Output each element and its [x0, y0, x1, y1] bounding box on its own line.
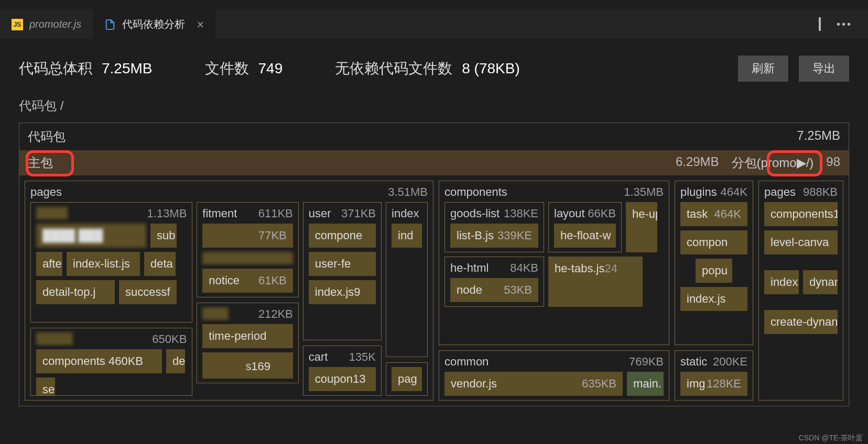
- breadcrumb[interactable]: 代码包 /: [0, 97, 868, 123]
- tab-label: promoter.js: [29, 18, 81, 30]
- block-name[interactable]: pages: [30, 185, 62, 199]
- tab-bar: JS promoter.js 代码依赖分析 × •••: [0, 9, 868, 40]
- blurred-cell[interactable]: ████ ███: [36, 224, 146, 248]
- files-label: 文件数: [205, 59, 249, 79]
- block-name[interactable]: user: [309, 207, 331, 220]
- main-pkg-title[interactable]: 主包: [28, 154, 53, 171]
- treemap-cell[interactable]: components 460KB: [36, 349, 162, 373]
- blurred-label: [36, 207, 68, 219]
- unused-label: 无依赖代码文件数: [335, 59, 452, 79]
- export-button[interactable]: 导出: [799, 56, 849, 82]
- close-icon[interactable]: ×: [197, 17, 204, 32]
- panel-title: 代码包: [28, 128, 66, 145]
- block-name[interactable]: common: [444, 355, 489, 369]
- treemap[interactable]: pages3.51MB 1.13MB ████ ███ sub afte ind…: [19, 175, 849, 406]
- treemap-cell[interactable]: index-list.js: [67, 252, 140, 276]
- panel-size: 7.25MB: [797, 128, 840, 145]
- treemap-cell[interactable]: time-period: [202, 324, 292, 348]
- block-name[interactable]: fitment: [202, 207, 237, 220]
- block-size: 611KB: [258, 207, 293, 220]
- treemap-cell[interactable]: se: [36, 378, 55, 396]
- treemap-panel: 代码包 7.25MB 主包 6.29MB 分包(promo▶/) 98 page…: [19, 123, 849, 406]
- more-icon[interactable]: •••: [837, 18, 852, 30]
- unused-value[interactable]: 8 (78KB): [462, 60, 520, 77]
- blurred-cell: [202, 252, 292, 264]
- sub-pkg-title[interactable]: 分包(promo▶/): [732, 154, 814, 171]
- treemap-cell[interactable]: sub: [150, 224, 177, 248]
- tab-promoter-js[interactable]: JS promoter.js: [0, 9, 93, 39]
- attribution: CSDN @TE-茶叶蛋: [799, 434, 863, 443]
- top-menu: [0, 0, 868, 9]
- main-pkg-size: 6.29MB: [676, 154, 719, 171]
- tab-code-analysis[interactable]: 代码依赖分析 ×: [93, 9, 215, 39]
- block-name[interactable]: components: [444, 185, 507, 199]
- block-size: 650KB: [152, 332, 187, 346]
- file-icon: [104, 19, 116, 30]
- treemap-cell[interactable]: afte: [36, 252, 62, 276]
- split-editor-icon[interactable]: [819, 18, 821, 30]
- sub-pkg-size: 98: [826, 154, 840, 171]
- refresh-button[interactable]: 刷新: [738, 56, 788, 82]
- files-value: 749: [258, 60, 283, 77]
- treemap-cell[interactable]: de: [166, 349, 185, 373]
- treemap-cell[interactable]: detail-top.j: [36, 280, 115, 304]
- blurred-label: [36, 332, 73, 345]
- treemap-cell[interactable]: deta: [144, 252, 176, 276]
- block-size: 1.13MB: [147, 207, 187, 220]
- js-file-icon: JS: [12, 19, 23, 30]
- block-size: 3.51MB: [388, 185, 428, 199]
- stats-bar: 代码总体积 7.25MB 文件数 749 无依赖代码文件数 8 (78KB) 刷…: [0, 40, 868, 97]
- total-size-value: 7.25MB: [102, 60, 153, 77]
- total-size-label: 代码总体积: [19, 59, 92, 79]
- treemap-cell[interactable]: successf: [119, 280, 177, 304]
- tab-label: 代码依赖分析: [122, 17, 185, 31]
